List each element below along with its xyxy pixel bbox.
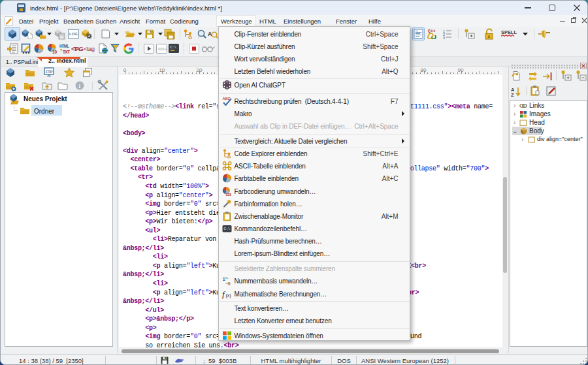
svg-text:SPELL: SPELL <box>501 29 517 35</box>
svg-text:10: 10 <box>52 50 57 54</box>
svg-text:1: 1 <box>222 276 225 282</box>
svg-text:TXT: TXT <box>63 50 70 54</box>
svg-text:<tag: <tag <box>84 45 95 52</box>
svg-text:HTML: HTML <box>59 44 69 48</box>
svg-text:<TAG: <TAG <box>71 45 84 52</box>
svg-text:Z: Z <box>511 92 514 98</box>
svg-text:3: 3 <box>443 36 445 40</box>
svg-text:0010: 0010 <box>158 47 167 52</box>
svg-text:FTP: FTP <box>46 70 53 74</box>
svg-text:C:\: C:\ <box>223 227 230 231</box>
svg-text:C:\: C:\ <box>170 45 176 50</box>
svg-text:ABC: ABC <box>222 97 230 101</box>
svg-text:123: 123 <box>225 193 231 197</box>
svg-text:(x): (x) <box>225 293 231 298</box>
